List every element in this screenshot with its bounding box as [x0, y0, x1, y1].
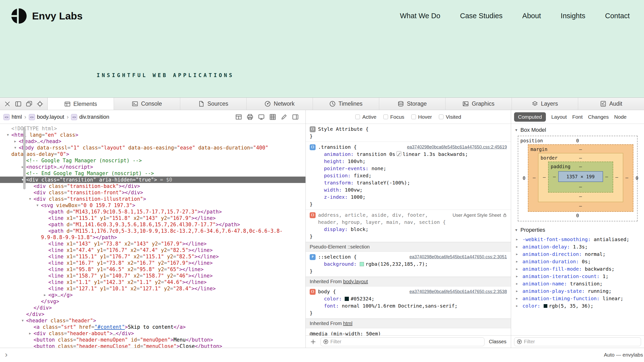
computed-filter-field[interactable] [514, 337, 641, 346]
appearance-button[interactable] [258, 113, 265, 121]
computed-property-row[interactable]: ▶animation-delay: 1.3s; [511, 243, 644, 250]
dock-windows-button[interactable] [25, 100, 34, 108]
dom-tree-line[interactable]: ▼<html lang="en" class> [0, 132, 306, 138]
dom-tree-line[interactable]: <!-- End Google Tag Manager (noscript) -… [0, 170, 306, 177]
disclosure-open-icon[interactable]: ▼ [28, 196, 32, 202]
dom-tree-line[interactable]: ▶<head>…</head> [0, 138, 306, 145]
nav-contact[interactable]: Contact [605, 12, 630, 20]
sidebar-tab-computed[interactable]: Computed [514, 112, 546, 122]
boxmodel-value-top[interactable]: – [579, 163, 582, 170]
nav-insights[interactable]: Insights [561, 12, 585, 20]
css-selector[interactable]: body { [318, 288, 336, 295]
tab-elements[interactable]: Elements [47, 98, 114, 110]
css-property[interactable]: animation: transition 0slinear 1.3s back… [310, 151, 507, 158]
brand[interactable]: Envy Labs [11, 8, 82, 24]
disclosure-closed-icon[interactable]: ▶ [516, 267, 518, 271]
state-filter-focus[interactable]: Focus [384, 114, 404, 120]
boxmodel-value-bottom[interactable]: – [551, 183, 610, 190]
boxmodel-value-left[interactable]: 0 [520, 175, 528, 181]
dom-tree-line[interactable]: <!-- Google Tag Manager (noscript) --> [0, 157, 306, 164]
boxmodel-value-top[interactable]: 0 [576, 137, 579, 144]
element-picker-button[interactable] [36, 100, 44, 108]
dom-tree-line[interactable]: <line x1="115.1" y1="176.7" x2="115.1" y… [0, 253, 306, 260]
disclosure-open-icon[interactable]: ▼ [13, 145, 18, 151]
css-property[interactable]: pointer-events: none; [310, 165, 507, 172]
color-swatch[interactable] [544, 304, 547, 308]
boxmodel-value-left[interactable]: – [530, 175, 538, 180]
state-filter-hover[interactable]: Hover [411, 114, 432, 120]
dom-tree-line[interactable]: ▶<div class="header-about">…</div> [0, 330, 306, 337]
tab-network[interactable]: Network [246, 98, 313, 110]
dom-tree-line[interactable]: ▼<header class="header"> [0, 317, 306, 324]
disclosure-open-icon[interactable]: ▼ [20, 317, 25, 324]
disclosure-closed-icon[interactable]: ▶ [43, 292, 47, 298]
boxmodel-content[interactable]: 1357 × 199 [558, 171, 603, 182]
nav-about[interactable]: About [522, 12, 541, 20]
checkbox-unchecked-icon[interactable] [411, 115, 416, 119]
disclosure-closed-icon[interactable]: ▶ [516, 304, 518, 308]
disclosure-closed-icon[interactable]: ▶ [28, 330, 32, 337]
dom-tree-line[interactable]: </svg> [0, 298, 306, 305]
scrollbar-thumb[interactable] [23, 127, 26, 189]
computed-property-row[interactable]: ▶animation-duration: 0s; [511, 258, 644, 265]
grid-overlay-button[interactable] [269, 113, 277, 121]
breadcrumb-body-layout[interactable]: <>body.layout [29, 114, 64, 120]
tab-sources[interactable]: Sources [180, 98, 246, 110]
boxmodel-value-right[interactable]: – [613, 174, 620, 180]
css-selector[interactable]: ::selection { [318, 253, 357, 261]
computed-filter-input[interactable] [524, 339, 638, 345]
disclosure-closed-icon[interactable]: ▶ [516, 245, 518, 248]
styles-filter-field[interactable] [320, 337, 484, 346]
dom-tree-line[interactable]: <line x1="127.1" y1="10.1" x2="127.1" y2… [0, 285, 306, 292]
dom-tree-line[interactable]: 9.9-8.8-9.9-13.8"></path> [0, 234, 306, 241]
breadcrumb-div-transition[interactable]: <>div.transition [71, 114, 109, 120]
dock-side-button[interactable] [14, 100, 23, 108]
dom-tree-line[interactable]: ▼<body data-rsssl="1" class="layout" dat… [0, 145, 306, 151]
section-bar-link[interactable]: html [343, 321, 352, 326]
disclosure-closed-icon[interactable]: ▶ [516, 275, 518, 278]
stylesheet-link[interactable]: ea3740298e0bca6fe545bc61a447650.css:2:35… [410, 288, 507, 295]
color-swatch[interactable] [345, 297, 349, 301]
tab-storage[interactable]: Storage [379, 98, 445, 110]
css-property[interactable]: transform: translateY(-100%); [310, 179, 507, 186]
css-property[interactable]: height: 100vh; [310, 158, 507, 165]
css-property[interactable]: display: block; [310, 226, 507, 233]
computed-property-row[interactable]: ▶animation-play-state: running; [511, 287, 644, 295]
dom-tree-line[interactable]: <path d="M1,141.6c0.3,9.3,5.6,18.6,15.7,… [0, 221, 306, 228]
dom-tree-line[interactable]: <line x1="95.8" y1="46.5" x2="95.8" y2="… [0, 266, 306, 273]
styles-filter-input[interactable] [330, 339, 482, 345]
boxmodel-value-bottom[interactable]: 0 [520, 212, 635, 219]
sidebar-toggle-button[interactable] [292, 113, 299, 121]
color-swatch[interactable] [360, 262, 364, 266]
console-prompt-icon[interactable]: › [5, 350, 8, 359]
new-rule-button[interactable] [309, 337, 318, 346]
boxmodel-value-right[interactable]: 0 [634, 175, 641, 181]
sidebar-tab-layout[interactable]: Layout [551, 114, 567, 120]
css-property[interactable]: font: normal 100%/1.6rem Doctrine,sans-s… [310, 302, 507, 310]
easing-swatch[interactable] [396, 151, 402, 156]
dom-tree-line[interactable]: ▶<g>…</g> [0, 292, 306, 298]
disclosure-closed-icon[interactable]: ▶ [516, 252, 518, 256]
dom-tree-line[interactable]: <!DOCTYPE html> [0, 125, 306, 132]
tab-audit[interactable]: Audit [578, 98, 644, 110]
dom-tree-line[interactable]: <line x1="143" y1="73.8" x2="143" y2="16… [0, 241, 306, 247]
boxmodel-value-bottom[interactable]: – [530, 202, 631, 209]
css-property[interactable]: position: fixed; [310, 172, 507, 179]
edit-html-button[interactable] [280, 113, 288, 121]
box-model-section-header[interactable]: ▼ Box Model [511, 124, 644, 135]
checkbox-unchecked-icon[interactable] [439, 115, 444, 119]
computed-property-row[interactable]: ▶animation-name: transition; [511, 280, 644, 287]
dom-tree-line[interactable]: ▶<noscript>…</noscript> [0, 164, 306, 170]
stylesheet-link[interactable]: ea3740298e0bca6fe545bc61a447650.css:2:45… [407, 144, 507, 151]
computed-property-row[interactable]: ▶color: rgb(5, 35, 36); [511, 302, 644, 310]
tab-graphics[interactable]: Graphics [445, 98, 512, 110]
css-selector[interactable]: .transition { [318, 144, 357, 151]
tab-timelines[interactable]: Timelines [313, 98, 379, 110]
computed-property-row[interactable]: ▶animation-direction: normal; [511, 250, 644, 258]
classes-button[interactable]: Classes [488, 339, 508, 345]
dom-tree-line[interactable]: </div> [0, 311, 306, 317]
css-selector[interactable]: Style Attribute { [318, 126, 368, 133]
dom-tree-line[interactable]: <div class="transition-front"></div> [0, 189, 306, 196]
computed-property-row[interactable]: ▶animation-iteration-count: 1; [511, 273, 644, 280]
dom-tree-line[interactable]: <line x1="115.1" y1="151.8" x2="143" y2=… [0, 215, 306, 221]
